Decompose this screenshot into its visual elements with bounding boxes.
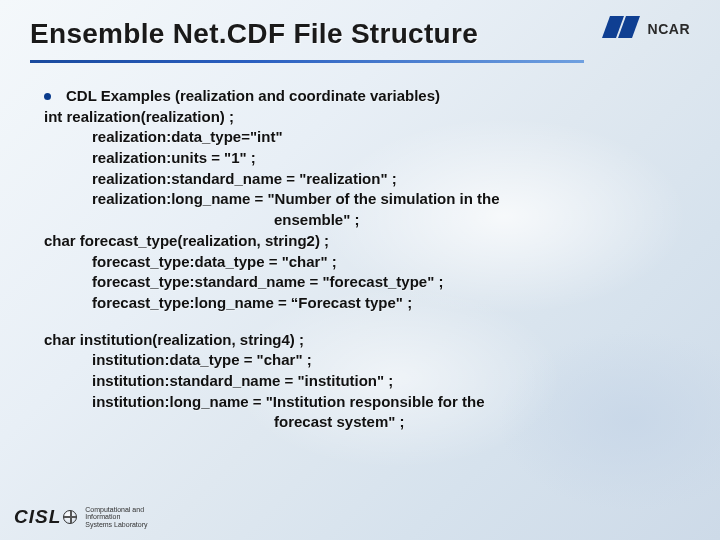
block-gap — [44, 314, 684, 330]
code-line-continuation: ensemble" ; — [44, 210, 684, 231]
cisl-mark: CISL — [14, 506, 77, 528]
code-line: char forecast_type(realization, string2)… — [44, 231, 684, 252]
cisl-sub-line: Information — [85, 513, 120, 520]
bullet-item: CDL Examples (realization and coordinate… — [44, 86, 684, 107]
code-line: institution:data_type = "char" ; — [44, 350, 684, 371]
cisl-sub: Computational and Information Systems La… — [85, 506, 147, 528]
code-line: institution:long_name = "Institution res… — [44, 392, 684, 413]
bullet-text: CDL Examples (realization and coordinate… — [66, 87, 440, 104]
cisl-sub-line: Systems Laboratory — [85, 521, 147, 528]
code-line: forecast_type:standard_name = "forecast_… — [44, 272, 684, 293]
slide-title: Ensemble Net.CDF File Structure — [30, 18, 584, 58]
code-line: institution:standard_name = "institution… — [44, 371, 684, 392]
code-line: realization:standard_name = "realization… — [44, 169, 684, 190]
globe-icon — [63, 510, 77, 524]
title-underline — [30, 60, 584, 63]
ncar-logo-text: NCAR — [648, 21, 690, 37]
title-wrap: Ensemble Net.CDF File Structure — [30, 18, 584, 63]
slide-body: CDL Examples (realization and coordinate… — [44, 86, 684, 433]
code-line-continuation: forecast system" ; — [44, 412, 684, 433]
ncar-logo: NCAR — [602, 16, 690, 42]
code-line: forecast_type:long_name = “Forecast type… — [44, 293, 684, 314]
code-line: forecast_type:data_type = "char" ; — [44, 252, 684, 273]
code-line: realization:units = "1" ; — [44, 148, 684, 169]
code-line: char institution(realization, string4) ; — [44, 330, 684, 351]
code-line: realization:data_type="int" — [44, 127, 684, 148]
cisl-logo: CISL Computational and Information Syste… — [14, 506, 148, 528]
slide-header: Ensemble Net.CDF File Structure NCAR — [30, 18, 690, 63]
code-line: realization:long_name = "Number of the s… — [44, 189, 684, 210]
ncar-logo-icon — [602, 16, 642, 42]
cisl-text: CISL — [14, 506, 61, 528]
cisl-sub-line: Computational and — [85, 506, 144, 513]
bullet-icon — [44, 93, 51, 100]
code-line: int realization(realization) ; — [44, 107, 684, 128]
